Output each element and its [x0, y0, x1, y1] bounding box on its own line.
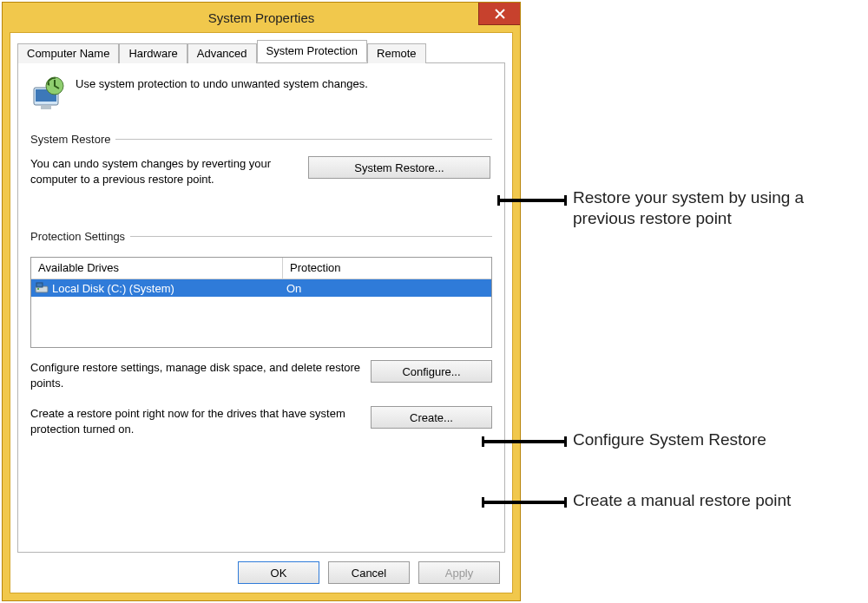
group-title-system-restore: System Restore	[30, 133, 110, 146]
callout-text-restore: Restore your system by using a previous …	[573, 187, 851, 229]
svg-rect-2	[41, 106, 51, 109]
close-button[interactable]	[478, 3, 520, 25]
apply-button[interactable]: Apply	[418, 561, 500, 584]
tab-advanced[interactable]: Advanced	[187, 43, 257, 63]
tab-hardware[interactable]: Hardware	[119, 43, 187, 63]
col-header-protection[interactable]: Protection	[283, 258, 491, 279]
system-restore-button[interactable]: System Restore...	[308, 156, 490, 179]
close-icon	[495, 9, 505, 19]
intro-row: Use system protection to undo unwanted s…	[30, 75, 492, 112]
configure-button[interactable]: Configure...	[371, 360, 492, 383]
svg-rect-6	[37, 288, 39, 290]
callout-line-configure	[482, 440, 567, 443]
callout-text-create: Create a manual restore point	[573, 490, 868, 511]
callout-text-configure: Configure System Restore	[573, 429, 851, 450]
configure-row: Configure restore settings, manage disk …	[30, 360, 492, 390]
callout-line-create	[482, 501, 567, 504]
intro-text: Use system protection to undo unwanted s…	[76, 75, 368, 90]
window-title: System Properties	[208, 10, 315, 25]
create-desc: Create a restore point right now for the…	[30, 406, 362, 436]
drives-header: Available Drives Protection	[31, 258, 491, 279]
group-title-protection: Protection Settings	[30, 230, 125, 243]
divider	[130, 236, 492, 237]
svg-rect-7	[36, 283, 43, 287]
configure-desc: Configure restore settings, manage disk …	[30, 360, 362, 390]
create-button[interactable]: Create...	[371, 406, 492, 429]
create-row: Create a restore point right now for the…	[30, 406, 492, 436]
divider	[115, 139, 492, 140]
tab-panel-system-protection: Use system protection to undo unwanted s…	[17, 62, 505, 553]
group-system-restore-header: System Restore	[30, 133, 492, 146]
drive-protection: On	[286, 282, 301, 295]
shield-monitor-icon	[30, 75, 67, 112]
drives-body: Local Disk (C:) (System) On	[31, 279, 491, 347]
drives-listbox[interactable]: Available Drives Protection Local Disk (…	[30, 257, 492, 348]
col-header-drives[interactable]: Available Drives	[31, 258, 283, 279]
tab-computer-name[interactable]: Computer Name	[17, 43, 119, 63]
group-protection-header: Protection Settings	[30, 230, 492, 243]
drive-name: Local Disk (C:) (System)	[52, 282, 174, 295]
system-restore-desc: You can undo system changes by reverting…	[30, 156, 299, 187]
tab-system-protection[interactable]: System Protection	[257, 40, 368, 62]
drive-row-selected[interactable]: Local Disk (C:) (System) On	[31, 279, 491, 297]
tab-strip: Computer Name Hardware Advanced System P…	[17, 40, 505, 62]
drive-icon	[35, 282, 49, 294]
client-area: Computer Name Hardware Advanced System P…	[10, 32, 513, 593]
tab-remote[interactable]: Remote	[367, 43, 426, 63]
dialog-footer: OK Cancel Apply	[17, 561, 505, 584]
ok-button[interactable]: OK	[238, 561, 319, 584]
system-properties-window: System Properties Computer Name Hardware…	[2, 2, 521, 601]
system-restore-row: You can undo system changes by reverting…	[30, 156, 492, 187]
callout-line-restore	[497, 199, 567, 202]
titlebar[interactable]: System Properties	[3, 3, 520, 32]
cancel-button[interactable]: Cancel	[328, 561, 410, 584]
